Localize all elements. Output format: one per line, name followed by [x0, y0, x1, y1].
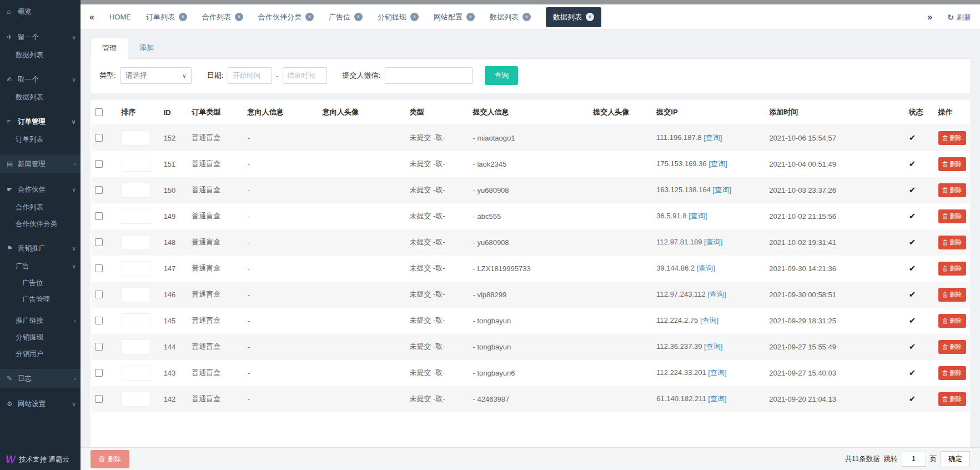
delete-row-button[interactable]: 删除 [938, 366, 966, 380]
nav-tab[interactable]: 广告位 × [329, 12, 363, 22]
ip-query-link[interactable]: [查询] [704, 238, 722, 246]
ip-query-link[interactable]: [查询] [713, 186, 731, 194]
row-checkbox[interactable] [95, 291, 103, 298]
megaphone-icon: ⚑ [7, 244, 18, 252]
ip-query-link[interactable]: [查询] [708, 368, 726, 377]
sidebar-item[interactable]: ⌂ 概览 [0, 2, 81, 21]
delete-row-button[interactable]: 删除 [938, 288, 966, 302]
sidebar-item[interactable]: ⚙ 网站设置 ∨ [0, 394, 81, 413]
row-checkbox[interactable] [95, 264, 103, 272]
ip-query-link[interactable]: [查询] [697, 264, 715, 272]
page-number-input[interactable] [902, 452, 926, 467]
sidebar-item[interactable]: ✈ 留一个 ∨ [0, 28, 81, 47]
cell-submitter-info: - 42463987 [470, 386, 590, 412]
sort-input[interactable] [122, 287, 150, 302]
tab-close-icon[interactable]: × [466, 13, 475, 21]
delete-row-button[interactable]: 删除 [938, 157, 966, 171]
ip-query-link[interactable]: [查询] [703, 133, 722, 142]
sort-input[interactable] [122, 235, 150, 250]
sort-input[interactable] [122, 209, 150, 224]
cell-submitter-avatar [590, 203, 653, 229]
sidebar-item[interactable]: ⚑ 营销推广 ∨ [0, 239, 81, 258]
delete-row-button[interactable]: 删除 [938, 314, 966, 328]
tab-close-icon[interactable]: × [410, 13, 419, 21]
nav-tab[interactable]: 数据列表 × [490, 12, 531, 22]
sidebar-item[interactable]: ✎ 日志 ‹ [0, 369, 81, 388]
sidebar-item[interactable]: 合作伙伴分类 [0, 216, 81, 232]
delete-row-button[interactable]: 删除 [938, 392, 966, 406]
delete-row-button[interactable]: 删除 [938, 236, 966, 249]
sort-input[interactable] [122, 183, 150, 198]
delete-row-button[interactable]: 删除 [938, 340, 966, 354]
nav-tab[interactable]: 合作伙伴分类 × [258, 12, 314, 22]
tab-add[interactable]: 添加 [128, 38, 165, 58]
sort-input[interactable] [122, 261, 150, 276]
date-start-input[interactable] [228, 67, 272, 84]
sidebar-item[interactable]: 订单列表 [0, 131, 81, 148]
nav-tab[interactable]: HOME [109, 13, 131, 21]
row-checkbox[interactable] [95, 317, 103, 324]
sidebar-item[interactable]: 广告 ∨ [0, 258, 81, 274]
tab-close-icon[interactable]: × [179, 13, 187, 21]
sidebar-item[interactable]: 广告管理 [0, 291, 81, 308]
cell-submit-ip: 39.144.86.2 [查询] [653, 256, 766, 282]
tab-close-icon[interactable]: × [522, 13, 531, 21]
sort-input[interactable] [122, 313, 150, 328]
ip-query-link[interactable]: [查询] [704, 342, 722, 351]
tab-close-icon[interactable]: × [354, 13, 363, 21]
nav-tab[interactable]: 合作列表 × [202, 12, 243, 22]
sort-input[interactable] [122, 131, 150, 146]
ip-query-link[interactable]: [查询] [707, 290, 726, 298]
delete-row-button[interactable]: 删除 [938, 183, 966, 197]
bulk-delete-button[interactable]: 删除 [91, 450, 129, 468]
wechat-input[interactable] [385, 67, 473, 84]
sort-input[interactable] [122, 157, 150, 172]
sidebar-item[interactable]: 数据列表 [0, 47, 81, 63]
nav-tab[interactable]: 分销提现 × [378, 12, 419, 22]
ip-query-link[interactable]: [查询] [700, 316, 718, 324]
ip-query-link[interactable]: [查询] [688, 212, 707, 220]
row-checkbox[interactable] [95, 238, 103, 246]
delete-row-button[interactable]: 删除 [938, 209, 966, 223]
sidebar-item[interactable]: 数据列表 [0, 89, 81, 106]
delete-row-button[interactable]: 删除 [938, 131, 966, 145]
nav-tab[interactable]: 订单列表 × [146, 12, 187, 22]
sort-input[interactable] [122, 392, 150, 407]
row-checkbox[interactable] [95, 212, 103, 220]
date-end-input[interactable] [283, 67, 327, 84]
type-select[interactable]: 请选择 ∨ [120, 67, 192, 84]
row-checkbox[interactable] [95, 395, 103, 403]
refresh-button[interactable]: ↻ 刷新 [947, 12, 971, 22]
expand-tabs-icon[interactable]: » [927, 12, 932, 22]
tab-manage[interactable]: 管理 [91, 38, 128, 59]
row-checkbox[interactable] [95, 343, 103, 351]
sidebar-item[interactable]: ▤ 新闻管理 ‹ [0, 154, 81, 173]
row-checkbox[interactable] [95, 134, 103, 142]
sort-input[interactable] [122, 339, 150, 354]
nav-tab[interactable]: 数据列表 × [546, 7, 601, 27]
search-button[interactable]: 查询 [485, 66, 518, 85]
select-all-checkbox[interactable] [95, 108, 103, 116]
delete-row-button[interactable]: 删除 [938, 262, 966, 276]
tab-close-icon[interactable]: × [586, 13, 594, 21]
row-checkbox[interactable] [95, 160, 103, 168]
row-checkbox[interactable] [95, 369, 103, 377]
sidebar-item[interactable]: ≡ 订单管理 ∨ [0, 112, 81, 131]
sidebar-item[interactable]: 广告位 [0, 274, 81, 291]
sidebar-item[interactable]: 推广链接 ‹ [0, 312, 81, 329]
collapse-tabs-icon[interactable]: « [89, 12, 94, 22]
sidebar-item[interactable]: 合作列表 [0, 199, 81, 216]
sidebar-item[interactable]: ☛ 合作伙伴 ∨ [0, 180, 81, 199]
nav-tab[interactable]: 网站配置 × [434, 12, 475, 22]
sidebar-item[interactable]: 分销提现 [0, 329, 81, 346]
row-checkbox[interactable] [95, 186, 103, 194]
ip-query-link[interactable]: [查询] [708, 159, 727, 168]
sidebar-item[interactable]: ✍ 取一个 ∨ [0, 70, 81, 89]
ip-query-link[interactable]: [查询] [708, 394, 726, 403]
sort-input[interactable] [122, 366, 150, 381]
status-check-icon: ✔ [909, 289, 916, 299]
tab-close-icon[interactable]: × [305, 13, 314, 21]
tab-close-icon[interactable]: × [235, 13, 243, 21]
sidebar-item[interactable]: 分销用户 [0, 346, 81, 362]
confirm-page-button[interactable]: 确定 [941, 451, 970, 467]
